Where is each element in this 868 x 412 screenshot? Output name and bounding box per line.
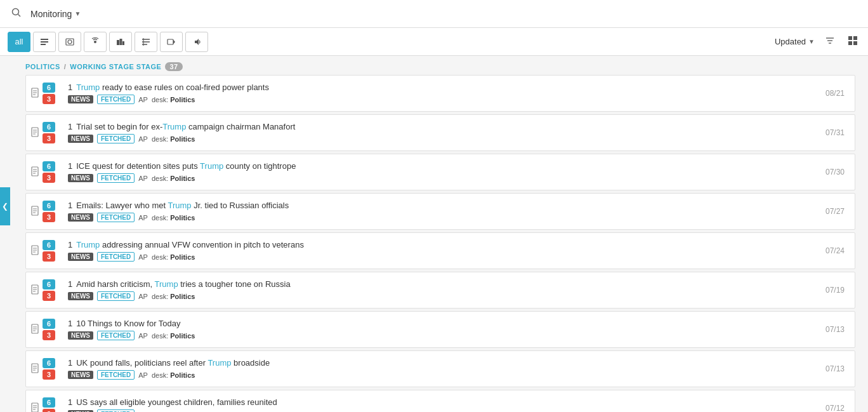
filter-list-button[interactable] — [135, 32, 157, 52]
tag-fetched: FETCHED — [97, 173, 135, 183]
news-title[interactable]: Trump ready to ease rules on coal-fired … — [76, 83, 269, 92]
news-title[interactable]: UK pound falls, politicians reel after T… — [76, 358, 270, 368]
news-title-row: 1 Trump ready to ease rules on coal-fire… — [68, 83, 808, 92]
news-title[interactable]: Amid harsh criticism, Trump tries a toug… — [76, 279, 290, 289]
filter-photo-button[interactable] — [58, 32, 81, 52]
svg-rect-23 — [853, 41, 857, 45]
news-item[interactable]: 6 3 1 Trial set to begin for ex-Trump ca… — [25, 114, 855, 151]
left-nav-arrow[interactable]: ❮ — [0, 187, 10, 225]
news-title[interactable]: 10 Things to Know for Today — [76, 319, 180, 328]
filter-broadcast-button[interactable] — [84, 32, 107, 52]
svg-rect-10 — [122, 41, 124, 45]
list-view-button[interactable] — [845, 33, 860, 51]
score-top-badge: 6 — [43, 358, 55, 368]
monitoring-dropdown[interactable]: Monitoring ▼ — [25, 6, 86, 22]
news-num: 1 — [68, 122, 72, 131]
monitoring-label: Monitoring — [30, 9, 72, 19]
news-item-left: 6 3 — [26, 76, 60, 111]
filter-icon-button[interactable] — [822, 33, 838, 51]
score-top-badge: 6 — [43, 240, 55, 250]
score-top-badge: 6 — [43, 319, 55, 329]
news-item-body: 1 ICE quest for detention sites puts Tru… — [60, 154, 815, 190]
svg-line-1 — [18, 14, 21, 17]
news-title[interactable]: Trial set to begin for ex-Trump campaign… — [76, 122, 295, 131]
tag-fetched: FETCHED — [97, 409, 135, 412]
doc-icon — [31, 363, 40, 375]
news-title[interactable]: US says all eligible youngest children, … — [76, 397, 277, 407]
news-title[interactable]: Trump addressing annual VFW convention i… — [76, 240, 304, 249]
meta-desk: desk: Politics — [152, 293, 195, 300]
score-top-badge: 6 — [43, 397, 55, 408]
filter-video-button[interactable] — [160, 32, 183, 52]
meta-source: AP — [138, 214, 148, 222]
news-item[interactable]: 6 3 1 US says all eligible youngest chil… — [25, 390, 855, 412]
tag-fetched: FETCHED — [97, 95, 135, 104]
tag-news: NEWS — [68, 253, 93, 261]
filter-bar: all — [0, 28, 868, 56]
doc-icon — [31, 166, 40, 178]
svg-rect-2 — [41, 39, 48, 40]
news-item[interactable]: 6 3 1 ICE quest for detention sites puts… — [25, 154, 855, 190]
news-title-row: 1 US says all eligible youngest children… — [68, 397, 808, 407]
tag-fetched: FETCHED — [97, 213, 135, 222]
tag-news: NEWS — [68, 95, 93, 103]
news-item[interactable]: 6 3 1 Trump addressing annual VFW conven… — [25, 232, 855, 269]
news-item-body: 1 Amid harsh criticism, Trump tries a to… — [60, 272, 815, 308]
news-item-left: 6 3 — [26, 154, 60, 190]
svg-rect-15 — [168, 39, 173, 44]
news-item[interactable]: 6 3 1 Amid harsh criticism, Trump tries … — [25, 272, 855, 309]
updated-dropdown[interactable]: Updated ▼ — [775, 37, 815, 46]
filter-text-button[interactable] — [33, 32, 56, 52]
news-item[interactable]: 6 3 1 10 Things to Know for Today NEWS F… — [25, 311, 855, 348]
news-title-row: 1 Amid harsh criticism, Trump tries a to… — [68, 279, 808, 289]
score-bottom-badge: 3 — [43, 133, 55, 143]
news-title[interactable]: Emails: Lawyer who met Trump Jr. tied to… — [76, 201, 289, 210]
news-title[interactable]: ICE quest for detention sites puts Trump… — [76, 161, 296, 171]
updated-label: Updated — [775, 37, 806, 46]
score-bottom-badge: 3 — [43, 94, 55, 104]
svg-rect-4 — [41, 44, 46, 45]
news-item-left: 6 3 — [26, 312, 60, 347]
news-title-row: 1 Emails: Lawyer who met Trump Jr. tied … — [68, 201, 808, 210]
news-num: 1 — [68, 240, 72, 249]
filter-audio-button[interactable] — [185, 32, 208, 52]
score-badges: 6 3 — [43, 397, 55, 412]
news-meta: NEWS FETCHED AP desk: Politics — [68, 95, 808, 104]
news-item-date: 07/13 — [815, 312, 855, 347]
breadcrumb-sep: / — [64, 63, 67, 70]
tag-news: NEWS — [68, 174, 93, 182]
news-title-row: 1 Trial set to begin for ex-Trump campai… — [68, 122, 808, 131]
news-meta: NEWS FETCHED AP desk: Politics — [68, 134, 808, 143]
news-item-date: 07/12 — [815, 390, 855, 412]
news-item-left: 6 3 — [26, 233, 60, 269]
score-badges: 6 3 — [43, 161, 55, 183]
filter-graphic-button[interactable] — [109, 32, 132, 52]
score-badges: 6 3 — [43, 83, 55, 104]
breadcrumb-stage[interactable]: WORKING STAGE STAGE — [70, 63, 161, 70]
svg-rect-3 — [41, 41, 48, 43]
news-item-left: 6 3 — [26, 115, 60, 150]
doc-icon — [31, 284, 40, 296]
breadcrumb-section[interactable]: POLITICS — [25, 63, 60, 70]
news-item-body: 1 Trial set to begin for ex-Trump campai… — [60, 115, 815, 150]
news-meta: NEWS FETCHED AP desk: Politics — [68, 370, 808, 380]
svg-point-6 — [68, 40, 72, 44]
svg-marker-16 — [173, 39, 175, 44]
news-item[interactable]: 6 3 1 Trump ready to ease rules on coal-… — [25, 75, 855, 112]
top-bar: Monitoring ▼ — [0, 0, 868, 28]
monitoring-caret: ▼ — [74, 10, 81, 17]
meta-source: AP — [138, 96, 148, 103]
news-item-date: 07/13 — [815, 351, 855, 387]
news-title-row: 1 10 Things to Know for Today — [68, 319, 808, 328]
news-item-left: 6 3 — [26, 351, 60, 387]
news-item[interactable]: 6 3 1 UK pound falls, politicians reel a… — [25, 350, 855, 387]
score-badges: 6 3 — [43, 358, 55, 380]
search-button[interactable] — [8, 4, 25, 24]
svg-rect-20 — [848, 36, 852, 40]
score-bottom-badge: 3 — [43, 212, 55, 222]
news-num: 1 — [68, 319, 72, 328]
news-meta: NEWS FETCHED AP desk: Politics — [68, 173, 808, 183]
meta-desk: desk: Politics — [152, 214, 195, 222]
news-item[interactable]: 6 3 1 Emails: Lawyer who met Trump Jr. t… — [25, 193, 855, 230]
filter-all-button[interactable]: all — [8, 32, 30, 52]
